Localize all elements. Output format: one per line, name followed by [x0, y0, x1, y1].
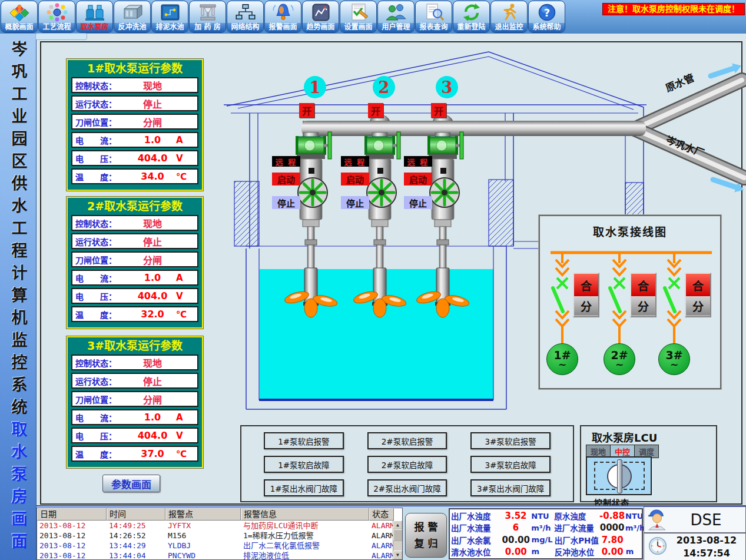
toolbar-button-label: 工艺流程	[39, 23, 75, 32]
param-label: 温 度：	[72, 309, 129, 320]
toolbar-button-14[interactable]: 退出监控	[490, 1, 528, 33]
control-warning-banner: 注意！取水泵房控制权限未在调度！	[602, 3, 745, 15]
alarm-indicator-4[interactable]: 1#泵软启故障	[264, 456, 344, 473]
alarm-row[interactable]: 2013-08-1213:44:04PNCYWD排泥池液位低ALARM	[37, 551, 402, 560]
breaker-close-label[interactable]: 合	[631, 274, 655, 296]
toolbar-button-7[interactable]: 网络结构	[227, 1, 264, 33]
toolbar-button-3[interactable]: 取水泵房	[76, 1, 113, 33]
param-row: 控制状态：现地	[71, 77, 198, 93]
alarm-indicator-3[interactable]: 3#泵软启报警	[470, 432, 551, 449]
alarm-indicator-2[interactable]: 2#泵软启报警	[367, 432, 447, 449]
lcu-mode-中控[interactable]: 中控	[611, 445, 635, 458]
measure-label: 反冲池水位	[555, 546, 599, 558]
toolbar-button-2[interactable]: 工艺流程	[38, 1, 75, 33]
breaker-open-label[interactable]: 分	[631, 296, 655, 315]
param-label: 温 度：	[72, 171, 129, 183]
toolbar-button-1[interactable]: 概貌画面	[1, 1, 38, 33]
lcu-knob-handle[interactable]	[617, 459, 622, 493]
pump-3-panel: 3#取水泵运行参数控制状态：现地运行状态：停止刀闸位置：分闸电 流：1.0A电 …	[67, 336, 203, 468]
param-value: 分闸	[129, 115, 176, 129]
relogin-icon	[453, 1, 489, 23]
param-label: 控制状态：	[72, 357, 129, 369]
pump-1-stop-button[interactable]: 停止	[272, 196, 300, 209]
breaker-open-label[interactable]: 分	[574, 296, 598, 315]
alarm-row[interactable]: 2013-08-1213:44:29YLDBJ出厂水二氧化氯低报警ALARM	[37, 541, 402, 551]
alarm-table-scrollbar[interactable]: ▲ ▼	[393, 521, 402, 559]
toolbar-button-label: 取水泵房	[77, 23, 112, 32]
toolbar-button-6[interactable]: 加 药 房	[189, 1, 226, 33]
scrollbar-thumb[interactable]	[393, 529, 402, 541]
measure-unit: NTU	[625, 512, 641, 521]
alarm-row[interactable]: 2013-08-1214:49:25JYFTX与加药房LCU通讯中断ALARM	[37, 521, 402, 531]
param-label: 温 度：	[72, 448, 129, 460]
users-icon	[378, 1, 414, 23]
toolbar-button-12[interactable]: 报表查询	[415, 1, 452, 33]
breaker-close-label[interactable]: 合	[574, 274, 598, 296]
alarm-indicator-8[interactable]: 2#泵出水阀门故障	[367, 479, 447, 496]
measurement-row: 出厂水余氯00.00mg/L出厂水PH值7.80	[451, 534, 641, 546]
breaker-1-close-open-button[interactable]: 合分	[573, 273, 599, 317]
param-value: 34.0	[129, 171, 176, 182]
pump-1-start-button[interactable]: 启动	[272, 173, 300, 185]
scroll-down-icon[interactable]: ▼	[393, 551, 402, 559]
scroll-up-icon[interactable]: ▲	[393, 521, 402, 529]
alarm-bell-icon	[265, 1, 301, 23]
measure-label: 原水浊度	[554, 510, 599, 522]
measure-value: -0.88	[599, 511, 625, 521]
toolbar-button-4[interactable]: 反冲洗池	[114, 1, 151, 33]
breaker-2-close-open-button[interactable]: 合分	[630, 273, 657, 317]
motor-2-symbol: 2#∼	[604, 343, 635, 375]
toolbar-button-11[interactable]: 用户管理	[377, 1, 415, 33]
overview-icon	[1, 1, 37, 23]
alarm-cell-status: ALARM	[369, 541, 394, 551]
alarm-indicator-5[interactable]: 2#泵软启故障	[367, 456, 447, 473]
pump-3-start-button[interactable]: 启动	[404, 173, 432, 185]
pump-2-stop-button[interactable]: 停止	[341, 196, 369, 209]
alarm-indicator-7[interactable]: 1#泵出水阀门故障	[264, 479, 344, 496]
pump-1-number: 1	[304, 76, 326, 98]
time-display: 14:57:54	[683, 548, 730, 559]
alarm-indicator-6[interactable]: 3#泵软启故障	[470, 456, 551, 473]
svg-text:?: ?	[543, 6, 549, 18]
motor-1-symbol: 1#∼	[546, 343, 578, 375]
toolbar-button-5[interactable]: 排泥水池	[151, 1, 188, 33]
params-screen-button[interactable]: 参数画面	[102, 475, 160, 492]
toolbar-button-9[interactable]: 趋势画面	[302, 1, 339, 33]
param-unit: V	[176, 153, 197, 164]
param-label: 电 压：	[72, 430, 129, 442]
breaker-3-close-open-button[interactable]: 合分	[685, 273, 711, 317]
alarm-row[interactable]: 2013-08-1214:26:52M1561=稀释水压力低报警ALARM	[37, 531, 402, 541]
toolbar-button-13[interactable]: 重新登陆	[453, 1, 490, 33]
toolbar-button-8[interactable]: 报警画面	[264, 1, 301, 33]
lcu-mode-现地[interactable]: 现地	[586, 445, 611, 458]
pump-3-stop-button[interactable]: 停止	[404, 196, 432, 209]
param-unit: ℃	[176, 309, 197, 320]
breaker-open-label[interactable]: 分	[686, 296, 710, 315]
param-label: 运行状态：	[72, 236, 129, 247]
pump-2-gate-open-indicator: 开	[368, 103, 383, 118]
param-row: 电 压：404.0V	[71, 288, 198, 304]
toolbar-button-10[interactable]: 设置画面	[340, 1, 377, 33]
toolbar-button-15[interactable]: ?系统帮助	[528, 1, 565, 33]
panel-title: 2#取水泵运行参数	[68, 198, 202, 215]
motor-wave-symbol: ∼	[615, 360, 624, 369]
motor-3-symbol: 3#∼	[658, 343, 690, 375]
toolbar-button-label: 报表查询	[416, 23, 452, 32]
param-value: 现地	[129, 216, 176, 230]
param-label: 控制状态：	[72, 217, 129, 229]
param-unit: ℃	[176, 171, 197, 182]
pump-2-start-button[interactable]: 启动	[341, 173, 369, 185]
alarm-col-header: 状态	[369, 508, 394, 521]
alarm-cell-date: 2013-08-12	[37, 551, 107, 560]
alarm-reset-button[interactable]: 报 警 复 归	[405, 513, 447, 558]
lcu-mode-调度[interactable]: 调度	[635, 445, 658, 458]
alarm-cell-status: ALARM	[369, 521, 394, 531]
breaker-close-label[interactable]: 合	[686, 274, 710, 296]
alarm-cell-message: 出厂水二氧化氯低报警	[241, 541, 369, 551]
scada-screen: 概貌画面工艺流程取水泵房反冲洗池排泥水池加 药 房网络结构报警画面趋势画面设置画…	[0, 0, 746, 560]
toolbar-button-label: 反冲洗池	[114, 23, 150, 32]
alarm-indicator-9[interactable]: 3#泵出水阀门故障	[470, 479, 551, 496]
param-value: 停止	[129, 234, 176, 248]
alarm-indicator-1[interactable]: 1#泵软启报警	[264, 432, 344, 449]
brand-name: DSE	[667, 511, 745, 529]
